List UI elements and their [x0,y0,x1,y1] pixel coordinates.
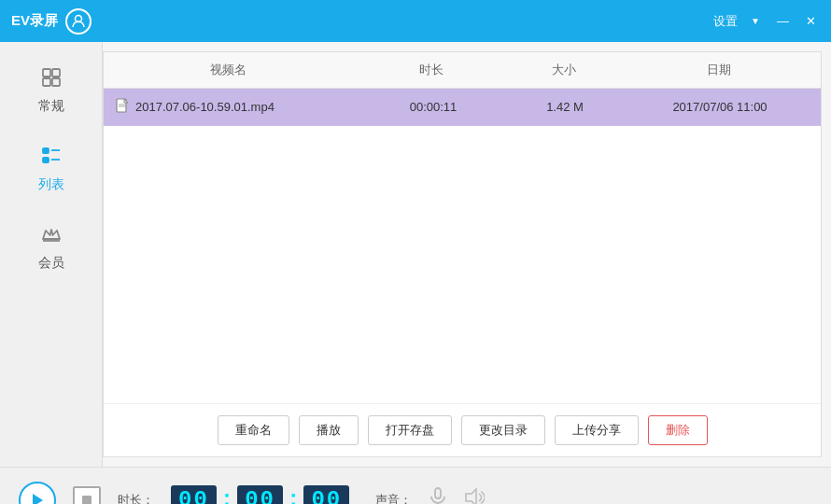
td-date: 2017/07/06 11:00 [619,91,821,123]
col-header-name: 视频名 [104,52,353,88]
timer-colon-1: : [218,487,235,504]
duration-label: 时长： [118,492,154,505]
grid-icon [40,66,63,92]
col-header-size: 大小 [509,52,618,88]
td-name: 2017.07.06-10.59.01.mp4 [104,89,356,125]
svg-marker-14 [33,494,43,505]
col-header-date: 日期 [618,52,821,88]
svg-rect-7 [43,158,49,162]
media-play-button[interactable] [19,482,56,505]
svg-rect-15 [82,496,92,505]
col-header-duration: 时长 [353,52,509,88]
td-duration: 00:00:11 [356,91,511,123]
microphone-icon[interactable] [429,487,447,504]
table-header: 视频名 时长 大小 日期 [104,52,821,89]
close-button[interactable]: ✕ [802,12,820,30]
window-controls: — ✕ [773,12,820,30]
dropdown-icon[interactable]: ▼ [751,16,760,26]
svg-rect-3 [43,78,50,86]
timer-minutes: 00 [237,485,283,505]
timer-display: 00 : 00 : 00 [171,485,349,505]
title-bar-right: 设置 ▼ — ✕ [713,12,820,30]
main-container: 常规 列表 会员 [0,42,831,467]
sidebar-label-list: 列表 [38,176,64,193]
td-size: 1.42 M [511,91,619,123]
settings-label[interactable]: 设置 [713,13,738,30]
sidebar-label-normal: 常规 [38,98,64,115]
sidebar-label-member: 会员 [38,255,64,272]
app-title: EV录屏 [11,12,58,30]
user-avatar[interactable] [65,8,92,35]
speaker-icon[interactable] [464,488,485,504]
sidebar-item-member[interactable]: 会员 [0,208,102,287]
svg-rect-5 [43,148,49,153]
svg-rect-4 [52,78,60,86]
change-dir-button[interactable]: 更改目录 [461,415,545,445]
crown-icon [40,223,63,249]
title-bar: EV录屏 设置 ▼ — ✕ [0,0,831,42]
minimize-button[interactable]: — [773,12,793,30]
delete-button[interactable]: 删除 [648,415,708,445]
sidebar-item-normal[interactable]: 常规 [0,51,102,130]
svg-rect-16 [435,488,441,498]
file-name: 2017.07.06-10.59.01.mp4 [135,100,275,114]
video-file-icon [115,98,130,116]
toolbar: 重命名 播放 打开存盘 更改目录 上传分享 删除 [104,403,821,456]
audio-label: 声音： [375,492,412,505]
play-button[interactable]: 播放 [299,415,359,445]
sidebar: 常规 列表 会员 [0,42,103,467]
table-row[interactable]: 2017.07.06-10.59.01.mp4 00:00:11 1.42 M … [104,89,821,126]
timer-seconds: 00 [303,485,349,505]
title-bar-left: EV录屏 [11,8,92,35]
sidebar-item-list[interactable]: 列表 [0,130,102,208]
svg-rect-2 [52,69,60,77]
timer-colon-2: : [285,487,302,504]
media-stop-button[interactable] [73,486,101,505]
content-area: 视频名 时长 大小 日期 2017.07.06-10.59.01 [103,51,822,457]
upload-button[interactable]: 上传分享 [555,415,639,445]
bottom-bar: 时长： 00 : 00 : 00 声音： v3.8.1 [0,467,831,504]
rename-button[interactable]: 重命名 [218,415,289,445]
table-body: 2017.07.06-10.59.01.mp4 00:00:11 1.42 M … [104,89,821,403]
timer-hours: 00 [171,485,217,505]
svg-rect-1 [43,69,50,77]
open-disk-button[interactable]: 打开存盘 [368,415,452,445]
list-icon [40,145,63,171]
svg-marker-19 [466,489,476,504]
